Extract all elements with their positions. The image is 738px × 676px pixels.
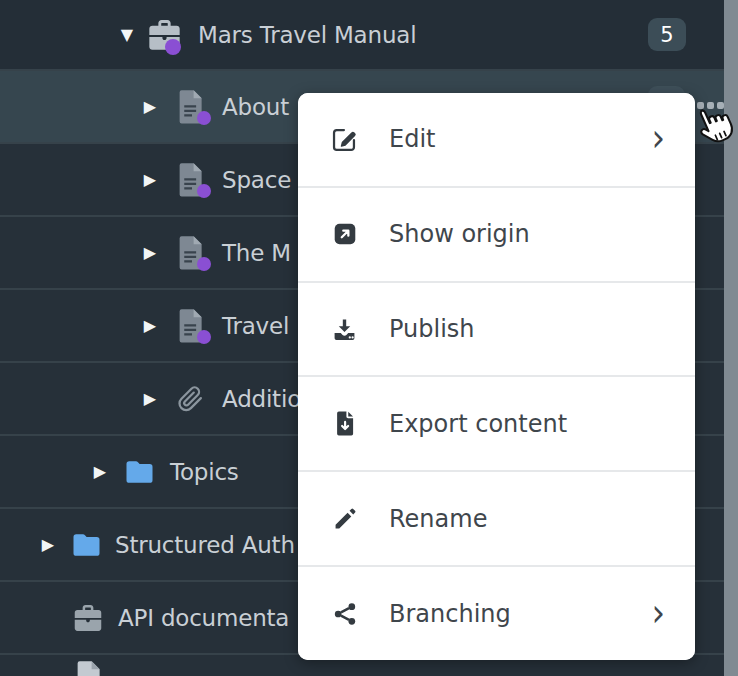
status-dot bbox=[197, 257, 211, 271]
app-window: ▼ Mars Travel Manual 5 ▶ bbox=[0, 0, 738, 676]
menu-item-show-origin[interactable]: Show origin bbox=[298, 186, 695, 281]
branching-icon bbox=[331, 600, 358, 627]
folder-icon bbox=[71, 532, 102, 558]
document-icon bbox=[176, 161, 206, 199]
caret-collapsed-icon[interactable]: ▶ bbox=[38, 537, 58, 553]
menu-item-label: Show origin bbox=[389, 220, 530, 248]
menu-item-export-content[interactable]: Export content bbox=[298, 375, 695, 470]
tree-item-label: The M bbox=[222, 240, 291, 266]
menu-item-label: Export content bbox=[389, 410, 567, 438]
tree-row-publication[interactable]: ▼ Mars Travel Manual 5 bbox=[0, 0, 738, 69]
show-origin-icon bbox=[331, 221, 358, 248]
caret-collapsed-icon[interactable]: ▶ bbox=[90, 464, 110, 480]
folder-icon bbox=[124, 459, 155, 485]
caret-collapsed-icon[interactable]: ▶ bbox=[140, 391, 160, 407]
caret-expanded-icon[interactable]: ▼ bbox=[114, 27, 140, 43]
menu-item-rename[interactable]: Rename bbox=[298, 470, 695, 565]
caret-collapsed-icon[interactable]: ▶ bbox=[140, 99, 160, 115]
briefcase-icon bbox=[72, 603, 104, 633]
menu-item-label: Publish bbox=[389, 315, 475, 343]
tree-item-label: Structured Auth bbox=[115, 532, 295, 558]
tree-item-label: Space bbox=[222, 167, 291, 193]
rename-icon bbox=[331, 505, 358, 532]
tree-item-label: About bbox=[222, 94, 289, 120]
tree-item-label: Travel bbox=[222, 313, 289, 339]
caret-collapsed-icon[interactable]: ▶ bbox=[140, 318, 160, 334]
paperclip-icon bbox=[176, 380, 206, 418]
menu-item-label: Rename bbox=[389, 505, 487, 533]
caret-collapsed-icon[interactable]: ▶ bbox=[140, 245, 160, 261]
status-dot bbox=[197, 111, 211, 125]
count-badge: 5 bbox=[648, 18, 686, 51]
menu-item-edit[interactable]: Edit › bbox=[298, 93, 695, 186]
tree-item-label: API documenta bbox=[118, 605, 289, 631]
chevron-right-icon: › bbox=[651, 592, 665, 636]
context-menu: Edit › Show origin Publish bbox=[298, 93, 695, 660]
document-icon bbox=[176, 307, 206, 345]
document-icon bbox=[176, 88, 206, 126]
status-dot bbox=[197, 184, 211, 198]
edit-icon bbox=[331, 126, 358, 153]
scrollbar[interactable] bbox=[724, 0, 738, 676]
briefcase-icon bbox=[146, 18, 183, 52]
tree-item-label: Additio bbox=[222, 386, 301, 412]
publish-icon bbox=[331, 316, 358, 343]
more-actions-button[interactable] bbox=[697, 102, 724, 109]
document-icon bbox=[74, 659, 104, 676]
chevron-right-icon: › bbox=[651, 118, 665, 162]
status-dot bbox=[197, 330, 211, 344]
caret-collapsed-icon[interactable]: ▶ bbox=[140, 172, 160, 188]
document-icon bbox=[176, 234, 206, 272]
menu-item-label: Branching bbox=[389, 600, 511, 628]
menu-item-publish[interactable]: Publish bbox=[298, 281, 695, 376]
menu-item-label: Edit bbox=[389, 125, 435, 153]
menu-item-branching[interactable]: Branching › bbox=[298, 565, 695, 660]
tree-item-label: Topics bbox=[170, 459, 239, 485]
export-content-icon bbox=[331, 410, 358, 437]
tree-item-label: Mars Travel Manual bbox=[198, 22, 416, 48]
status-dot bbox=[165, 39, 181, 55]
